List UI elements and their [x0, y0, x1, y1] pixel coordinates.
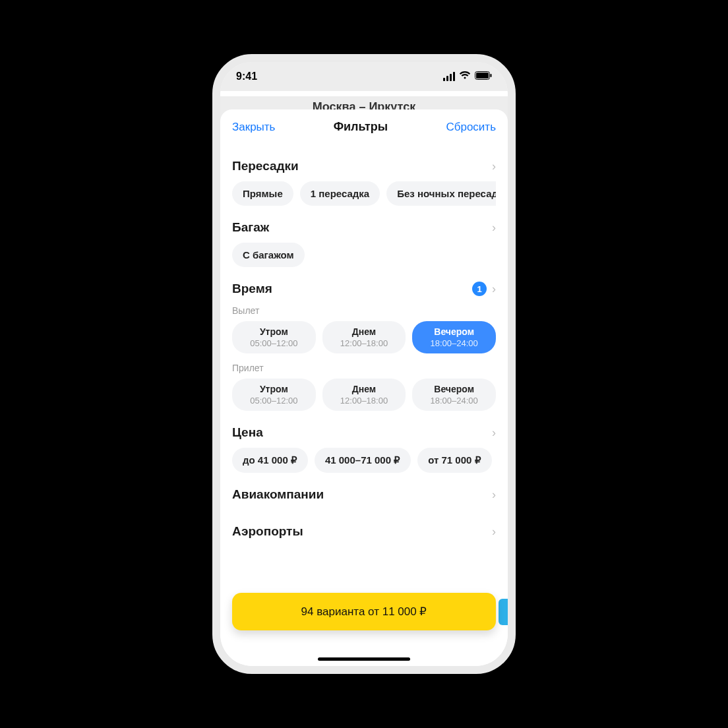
close-button[interactable]: Закрыть — [232, 121, 275, 134]
chip-no-night[interactable]: Без ночных пересадок — [386, 181, 496, 206]
time-row[interactable]: Время 1 › — [232, 282, 496, 296]
chip-one-stop[interactable]: 1 пересадка — [300, 181, 380, 206]
section-price: Цена › до 41 000 ₽ 41 000–71 000 ₽ от 71… — [220, 416, 508, 478]
signal-icon — [443, 72, 455, 81]
filters-sheet: Закрыть Фильтры Сбросить Пересадки › Пря… — [220, 109, 508, 666]
chevron-right-icon: › — [492, 282, 496, 296]
chevron-right-icon: › — [492, 426, 496, 440]
home-indicator[interactable] — [318, 657, 410, 661]
chip-price-low[interactable]: до 41 000 ₽ — [232, 448, 308, 473]
chevron-right-icon: › — [492, 221, 496, 235]
svg-rect-1 — [476, 73, 489, 78]
airlines-row[interactable]: Авиакомпании › — [232, 487, 496, 502]
departure-day[interactable]: Днем 12:00–18:00 — [322, 321, 406, 353]
wifi-icon — [459, 71, 471, 82]
sheet-content[interactable]: Пересадки › Прямые 1 пересадка Без ночны… — [220, 144, 508, 666]
arrival-label: Прилет — [232, 363, 496, 373]
phone-frame: 9:41 Москва – Иркутск Закрыть Фильтры Сб… — [212, 54, 516, 674]
transfers-row[interactable]: Пересадки › — [232, 159, 496, 173]
time-title: Время — [232, 282, 272, 296]
status-bar: 9:41 — [220, 62, 508, 91]
svg-rect-2 — [491, 74, 492, 77]
chip-direct[interactable]: Прямые — [232, 181, 293, 206]
baggage-row[interactable]: Багаж › — [232, 220, 496, 235]
departure-morning[interactable]: Утром 05:00–12:00 — [232, 321, 316, 353]
chevron-right-icon: › — [492, 488, 496, 502]
chip-price-mid[interactable]: 41 000–71 000 ₽ — [315, 448, 411, 473]
time-head-right: 1 › — [472, 282, 496, 296]
battery-icon — [475, 71, 492, 82]
price-title: Цена — [232, 425, 263, 440]
widget-peek[interactable] — [499, 599, 508, 625]
arrival-morning[interactable]: Утром 05:00–12:00 — [232, 379, 316, 411]
section-airports: Аэропорты › — [220, 515, 508, 552]
baggage-chips: С багажом — [232, 243, 496, 267]
time-badge: 1 — [472, 282, 487, 296]
sheet-header: Закрыть Фильтры Сбросить — [220, 109, 508, 144]
cta-wrap: 94 варианта от 11 000 ₽ — [232, 593, 496, 630]
transfers-title: Пересадки — [232, 159, 299, 173]
transfers-chips: Прямые 1 пересадка Без ночных пересадок — [232, 181, 496, 206]
price-chips: до 41 000 ₽ 41 000–71 000 ₽ от 71 000 ₽ — [232, 448, 496, 473]
section-transfers: Пересадки › Прямые 1 пересадка Без ночны… — [220, 150, 508, 211]
show-results-button[interactable]: 94 варианта от 11 000 ₽ — [232, 593, 496, 630]
section-baggage: Багаж › С багажом — [220, 211, 508, 272]
status-time: 9:41 — [236, 71, 257, 82]
baggage-title: Багаж — [232, 220, 269, 235]
departure-evening[interactable]: Вечером 18:00–24:00 — [412, 321, 496, 353]
screen: 9:41 Москва – Иркутск Закрыть Фильтры Сб… — [220, 62, 508, 666]
sheet-title: Фильтры — [334, 120, 388, 134]
arrival-chips: Утром 05:00–12:00 Днем 12:00–18:00 Вечер… — [232, 379, 496, 411]
section-time: Время 1 › Вылет Утром 05:00–12:00 — [220, 272, 508, 416]
chip-price-high[interactable]: от 71 000 ₽ — [417, 448, 491, 473]
departure-label: Вылет — [232, 305, 496, 316]
arrival-evening[interactable]: Вечером 18:00–24:00 — [412, 379, 496, 411]
airports-row[interactable]: Аэропорты › — [232, 524, 496, 539]
airlines-title: Авиакомпании — [232, 487, 324, 502]
airports-title: Аэропорты — [232, 524, 303, 539]
departure-chips: Утром 05:00–12:00 Днем 12:00–18:00 Вечер… — [232, 321, 496, 353]
status-icons — [443, 71, 492, 82]
chevron-right-icon: › — [492, 525, 496, 539]
section-airlines: Авиакомпании › — [220, 478, 508, 515]
chip-with-baggage[interactable]: С багажом — [232, 243, 305, 267]
chevron-right-icon: › — [492, 160, 496, 173]
arrival-day[interactable]: Днем 12:00–18:00 — [322, 379, 406, 411]
price-row[interactable]: Цена › — [232, 425, 496, 440]
reset-button[interactable]: Сбросить — [446, 121, 496, 134]
